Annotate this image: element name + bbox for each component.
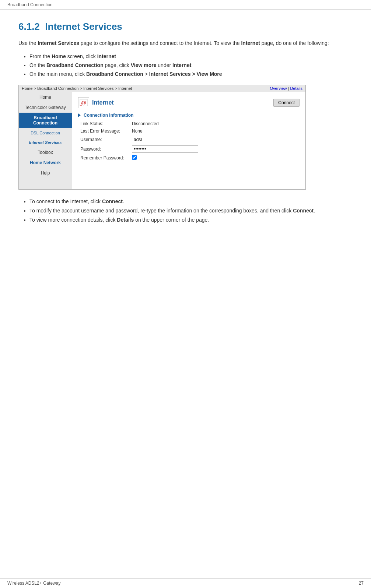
connection-info-label: Connection Information: [84, 113, 133, 118]
sub-bullet-3: To view more connection details, click D…: [29, 215, 353, 225]
screenshot-bottom-space: [78, 162, 300, 184]
sidebar: Home Technicolor Gateway Broadband Conne…: [19, 92, 72, 189]
field-label-remember: Remember Password:: [78, 154, 130, 162]
sidebar-item-help[interactable]: Help: [19, 168, 72, 178]
email-icon: @: [78, 97, 89, 108]
panel-title-text: Internet: [92, 99, 114, 106]
field-label-password: Password:: [78, 144, 130, 154]
sub-bullet-list: To connect to the Internet, click Connec…: [29, 197, 353, 225]
screenshot-breadcrumb: Home > Broadband Connection > Internet S…: [22, 86, 132, 91]
overview-details: Overview | Details: [270, 86, 302, 91]
bullet-item-3: On the main menu, click Broadband Connec…: [29, 70, 353, 79]
intro-paragraph-1: Use the Internet Services page to config…: [18, 39, 353, 47]
field-label-link-status: Link Status:: [78, 120, 130, 127]
bold-internet-services-view-more: Internet Services > View More: [149, 71, 222, 77]
sidebar-item-technicolor[interactable]: Technicolor Gateway: [19, 102, 72, 113]
bold-internet: Internet: [241, 40, 260, 46]
bold-view-more: View more: [131, 62, 157, 68]
table-row-password: Password:: [78, 144, 300, 154]
bold-internet-3: Internet: [172, 62, 191, 68]
bullet-item-1: From the Home screen, click Internet: [29, 52, 353, 61]
connection-info-header: Connection Information: [78, 113, 300, 118]
screenshot-topbar: Home > Broadband Connection > Internet S…: [19, 85, 305, 92]
bottom-bar: Wireless ADSL2+ Gateway 27: [0, 578, 371, 588]
password-input[interactable]: [132, 145, 198, 153]
sidebar-item-broadband[interactable]: Broadband Connection: [19, 113, 72, 128]
field-value-password: [130, 144, 300, 154]
bold-internet-2: Internet: [97, 53, 116, 59]
bottom-bar-right: 27: [359, 581, 364, 586]
field-value-last-error: None: [130, 127, 300, 135]
top-bar-label: Broadband Connection: [7, 2, 53, 7]
sidebar-item-home-network[interactable]: Home Network: [19, 158, 72, 168]
top-bar: Broadband Connection: [0, 0, 371, 10]
table-row-link-status: Link Status: Disconnected: [78, 120, 300, 127]
panel-header: @ Internet Connect: [78, 97, 300, 108]
screenshot-body: Home Technicolor Gateway Broadband Conne…: [19, 92, 305, 189]
bold-home: Home: [52, 53, 66, 59]
info-table: Link Status: Disconnected Last Error Mes…: [78, 120, 300, 162]
main-bullet-list: From the Home screen, click Internet On …: [29, 52, 353, 78]
table-row-username: Username:: [78, 135, 300, 144]
bottom-bar-left: Wireless ADSL2+ Gateway: [7, 581, 60, 586]
bold-connect-2: Connect: [293, 208, 314, 214]
table-row-last-error: Last Error Message: None: [78, 127, 300, 135]
screenshot-box: Home > Broadband Connection > Internet S…: [18, 85, 306, 190]
panel-title: @ Internet: [78, 97, 114, 108]
details-link[interactable]: Details: [290, 86, 302, 91]
connect-button[interactable]: Connect: [273, 99, 300, 107]
field-label-username: Username:: [78, 135, 130, 144]
bold-connect-1: Connect: [102, 198, 123, 204]
section-number: 6.1.2: [18, 21, 40, 32]
sidebar-item-internet-services[interactable]: Internet Services: [19, 138, 72, 147]
bold-internet-services: Internet Services: [38, 40, 79, 46]
sidebar-item-home[interactable]: Home: [19, 92, 72, 102]
svg-text:@: @: [81, 100, 86, 106]
bold-details: Details: [117, 217, 134, 223]
sub-bullet-2: To modify the account username and passw…: [29, 206, 353, 215]
sub-bullet-1: To connect to the Internet, click Connec…: [29, 197, 353, 206]
main-content: 6.1.2 Internet Services Use the Internet…: [0, 10, 371, 250]
bullet-item-2: On the Broadband Connection page, click …: [29, 61, 353, 70]
field-value-username: [130, 135, 300, 144]
field-value-link-status: Disconnected: [130, 120, 300, 127]
arrow-right-icon: [78, 113, 81, 117]
remember-password-checkbox[interactable]: [132, 155, 137, 160]
table-row-remember: Remember Password:: [78, 154, 300, 162]
bold-broadband-2: Broadband Connection: [86, 71, 143, 77]
username-input[interactable]: [132, 136, 198, 143]
field-label-last-error: Last Error Message:: [78, 127, 130, 135]
at-symbol-icon: @: [80, 99, 88, 106]
field-value-remember: [130, 154, 300, 162]
main-panel: @ Internet Connect Connection Informatio…: [72, 92, 305, 189]
connection-info-section: Connection Information Link Status: Disc…: [78, 113, 300, 162]
section-title-text: Internet Services: [45, 21, 122, 32]
sidebar-item-toolbox[interactable]: Toolbox: [19, 147, 72, 158]
section-title: 6.1.2 Internet Services: [18, 21, 353, 32]
sidebar-item-dsl[interactable]: DSL Connection: [19, 128, 72, 138]
bold-broadband: Broadband Connection: [46, 62, 104, 68]
overview-link[interactable]: Overview: [270, 86, 287, 91]
